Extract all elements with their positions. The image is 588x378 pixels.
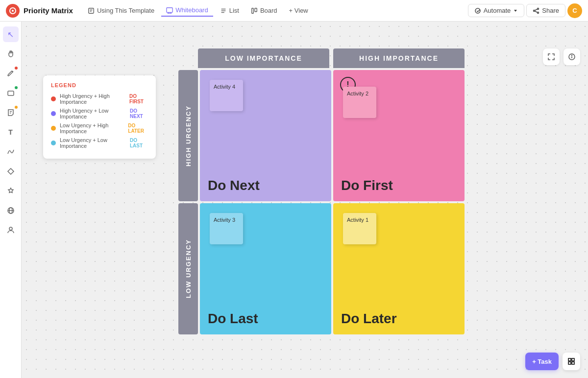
legend-item-2: Low Urgency + High Importance DO LATER <box>51 122 148 134</box>
sidebar-text-tool[interactable]: T <box>3 124 19 140</box>
app-logo <box>6 4 20 18</box>
grid-view-button[interactable] <box>563 353 580 370</box>
rect-dot <box>15 86 18 89</box>
legend-dot-2 <box>51 126 56 131</box>
svg-point-16 <box>538 12 539 13</box>
low-importance-header: LOW IMPORTANCE <box>198 48 329 68</box>
canvas-controls <box>543 48 580 65</box>
svg-point-1 <box>12 10 14 12</box>
svg-point-14 <box>475 8 480 13</box>
topnav: Priority Matrix Using This Template Whit… <box>0 0 588 22</box>
activity4-note[interactable]: Activity 4 <box>210 80 243 111</box>
svg-rect-5 <box>167 7 172 12</box>
share-button[interactable]: Share <box>526 4 565 17</box>
sidebar-globe-tool[interactable] <box>3 203 19 218</box>
high-urgency-label: HIGH URGENCY <box>178 70 198 201</box>
high-importance-header: HIGH IMPORTANCE <box>333 48 465 68</box>
nav-using-template[interactable]: Using This Template <box>83 5 159 16</box>
do-next-label: Do Next <box>208 178 260 193</box>
do-later-label: Do Later <box>341 311 397 327</box>
activity1-note[interactable]: Activity 1 <box>343 213 376 244</box>
row-labels: HIGH URGENCY LOW URGENCY <box>178 70 198 334</box>
column-headers: LOW IMPORTANCE HIGH IMPORTANCE <box>198 48 465 68</box>
priority-matrix: LOW IMPORTANCE HIGH IMPORTANCE HIGH URGE… <box>178 48 465 334</box>
cell-do-next[interactable]: Activity 4 Do Next <box>200 70 331 201</box>
cell-do-last[interactable]: Activity 3 Do Last <box>200 203 331 334</box>
svg-line-18 <box>535 9 538 10</box>
do-last-label: Do Last <box>208 311 258 327</box>
sidebar: ↖ T <box>0 22 22 378</box>
matrix-body: HIGH URGENCY LOW URGENCY Activity 4 <box>178 70 465 334</box>
add-task-button[interactable]: + Task <box>525 353 559 370</box>
legend-item-1: High Urgency + Low Importance DO NEXT <box>51 108 148 119</box>
sidebar-user-tool[interactable] <box>3 222 19 238</box>
legend-item-3: Low Urgency + Low Importance DO LAST <box>51 137 148 149</box>
svg-rect-2 <box>89 8 94 13</box>
svg-rect-34 <box>572 362 574 364</box>
svg-rect-33 <box>568 362 571 364</box>
cell-do-later[interactable]: Activity 1 Do Later <box>333 203 465 334</box>
low-urgency-row: Activity 3 Do Last Activity 1 Do Later <box>200 203 465 334</box>
automate-button[interactable]: Automate <box>468 4 525 17</box>
svg-rect-32 <box>572 358 574 361</box>
svg-line-19 <box>535 11 538 12</box>
svg-point-17 <box>534 10 535 11</box>
svg-rect-12 <box>252 8 254 13</box>
svg-point-15 <box>538 8 539 9</box>
fit-view-button[interactable] <box>543 48 560 65</box>
legend-title: LEGEND <box>51 82 148 88</box>
svg-point-30 <box>572 55 572 56</box>
legend-item-0: High Urgency + High Importance DO FIRST <box>51 93 148 105</box>
svg-rect-13 <box>255 8 257 11</box>
nav-whiteboard[interactable]: Whiteboard <box>161 4 213 17</box>
sidebar-cursor-tool[interactable]: ↖ <box>3 26 19 42</box>
note-dot <box>15 106 18 109</box>
pen-dot <box>15 67 18 70</box>
high-urgency-row: Activity 4 Do Next ! Activity 2 Do First <box>200 70 465 201</box>
legend-dot-1 <box>51 111 56 116</box>
sidebar-hand-tool[interactable] <box>3 46 19 62</box>
canvas[interactable]: LEGEND High Urgency + High Importance DO… <box>22 22 588 378</box>
low-urgency-label: LOW URGENCY <box>178 203 198 334</box>
bottom-actions: + Task <box>525 353 580 370</box>
nav-list[interactable]: List <box>215 5 244 16</box>
svg-rect-20 <box>8 91 14 95</box>
page-title: Priority Matrix <box>24 6 73 15</box>
main-area: ↖ T <box>0 22 588 378</box>
sidebar-shapes-tool[interactable] <box>3 164 19 179</box>
do-first-label: Do First <box>341 178 393 193</box>
nav-board[interactable]: Board <box>246 5 282 16</box>
legend-panel: LEGEND High Urgency + High Importance DO… <box>43 75 156 159</box>
avatar[interactable]: C <box>567 3 582 18</box>
svg-rect-31 <box>568 358 571 361</box>
info-button[interactable] <box>564 48 580 65</box>
sidebar-draw-tool[interactable] <box>3 144 19 160</box>
sidebar-magic-tool[interactable] <box>3 183 19 199</box>
cell-do-first[interactable]: ! Activity 2 Do First <box>333 70 465 201</box>
nav-add-view[interactable]: + View <box>284 5 313 16</box>
legend-dot-3 <box>51 141 56 145</box>
activity2-note[interactable]: Activity 2 <box>343 87 376 118</box>
activity3-note[interactable]: Activity 3 <box>210 213 243 244</box>
svg-point-27 <box>9 227 12 230</box>
svg-marker-23 <box>8 168 14 174</box>
matrix-cells: Activity 4 Do Next ! Activity 2 Do First <box>200 70 465 334</box>
legend-dot-0 <box>51 96 56 101</box>
